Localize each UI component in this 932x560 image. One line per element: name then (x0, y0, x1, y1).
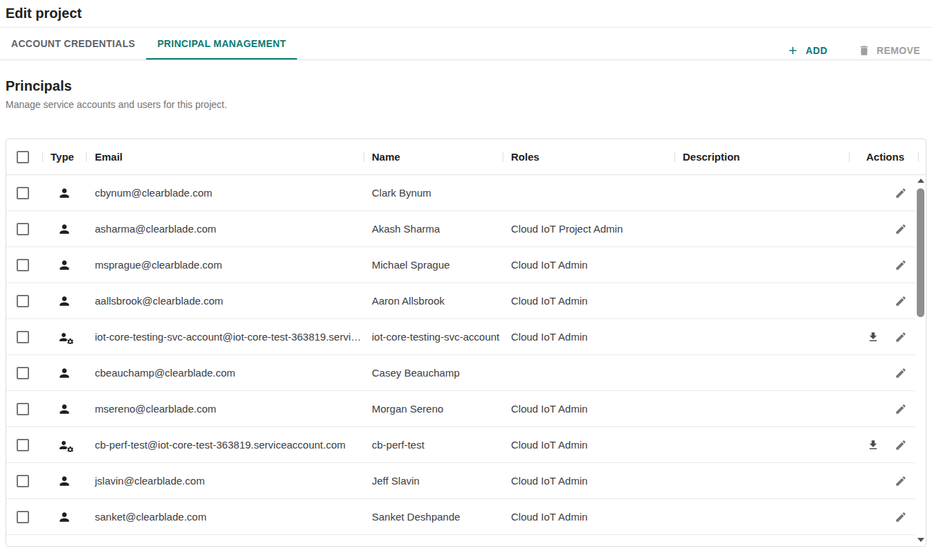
row-type-cell (42, 294, 86, 308)
row-actions-cell (849, 403, 918, 415)
vertical-scrollbar[interactable] (915, 175, 926, 545)
row-email: cb-perf-test@iot-core-test-363819.servic… (86, 439, 364, 451)
row-email: msereno@clearblade.com (86, 403, 364, 415)
row-name: cb-perf-test (364, 439, 503, 451)
select-all-cell (6, 139, 42, 174)
row-roles: Cloud IoT Admin (503, 475, 674, 487)
column-header-label: Roles (511, 151, 539, 163)
row-select-cell (6, 295, 42, 307)
column-header-roles: Roles (503, 139, 674, 174)
edit-button[interactable] (895, 295, 907, 307)
row-checkbox[interactable] (17, 475, 29, 487)
column-header-label: Email (95, 151, 123, 163)
row-type-cell (42, 258, 86, 272)
column-header-label: Description (683, 151, 740, 163)
column-header-actions: Actions (849, 139, 918, 174)
row-checkbox[interactable] (17, 439, 29, 451)
row-type-cell (42, 330, 86, 344)
pencil-icon (895, 295, 907, 307)
row-name: Casey Beauchamp (364, 367, 503, 379)
row-checkbox[interactable] (17, 223, 29, 235)
row-actions-cell (849, 331, 918, 343)
tab-account-credentials[interactable]: ACCOUNT CREDENTIALS (0, 28, 146, 60)
row-name: Sanket Deshpande (364, 511, 503, 523)
download-key-button[interactable] (867, 331, 879, 343)
gear-icon (66, 338, 74, 344)
edit-button[interactable] (895, 367, 907, 379)
pencil-icon (895, 187, 907, 199)
header-spacer (918, 139, 926, 174)
column-header-label: Name (372, 151, 400, 163)
pencil-icon (895, 259, 907, 271)
download-key-button[interactable] (867, 439, 879, 451)
table-row: cbeauchamp@clearblade.com Casey Beaucham… (6, 355, 926, 391)
pencil-icon (895, 367, 907, 379)
edit-button[interactable] (895, 511, 907, 523)
add-button[interactable]: ADD (784, 43, 830, 58)
row-actions-cell (849, 295, 918, 307)
row-actions-cell (849, 259, 918, 271)
edit-button[interactable] (895, 259, 907, 271)
add-button-label: ADD (805, 45, 827, 56)
row-name: Clark Bynum (364, 187, 503, 199)
person-icon (57, 186, 71, 200)
remove-button[interactable]: REMOVE (855, 43, 923, 58)
pencil-icon (895, 403, 907, 415)
column-header-description: Description (674, 139, 849, 174)
page-title: Edit project (6, 5, 926, 21)
tab-principal-management[interactable]: PRINCIPAL MANAGEMENT (146, 28, 297, 60)
principals-table: Type Email Name Roles Description Action… (6, 138, 926, 547)
row-type-cell (42, 186, 86, 200)
row-email: msprague@clearblade.com (86, 259, 364, 271)
download-icon (867, 439, 879, 451)
row-checkbox[interactable] (17, 331, 29, 343)
row-email: aallsbrook@clearblade.com (86, 295, 364, 307)
person-icon (57, 402, 71, 416)
section-heading: Principals (6, 78, 926, 94)
row-actions-cell (849, 439, 918, 451)
row-checkbox[interactable] (17, 403, 29, 415)
scrollbar-down-arrow[interactable] (917, 538, 924, 542)
edit-button[interactable] (895, 331, 907, 343)
edit-button[interactable] (895, 475, 907, 487)
column-header-type: Type (42, 139, 86, 174)
row-checkbox[interactable] (17, 259, 29, 271)
section-subheading: Manage service accounts and users for th… (6, 99, 926, 110)
column-header-email: Email (86, 139, 364, 174)
row-name: Morgan Sereno (364, 403, 503, 415)
row-checkbox[interactable] (17, 295, 29, 307)
scrollbar-up-arrow[interactable] (917, 179, 924, 183)
row-type-cell (42, 438, 86, 452)
person-icon (57, 474, 71, 488)
service-account-icon (57, 330, 71, 344)
edit-button[interactable] (895, 223, 907, 235)
row-email: cbeauchamp@clearblade.com (86, 367, 364, 379)
row-checkbox[interactable] (17, 187, 29, 199)
row-name: Michael Sprague (364, 259, 503, 271)
row-roles: Cloud IoT Admin (503, 439, 674, 451)
dialog-titlebar: Edit project (0, 0, 932, 28)
edit-button[interactable] (895, 403, 907, 415)
person-icon (57, 366, 71, 380)
person-icon (57, 258, 71, 272)
row-email: asharma@clearblade.com (86, 223, 364, 235)
select-all-checkbox[interactable] (17, 151, 29, 163)
table-row: msereno@clearblade.com Morgan Sereno Clo… (6, 391, 926, 427)
scrollbar-thumb[interactable] (917, 188, 924, 317)
table-row: asharma@clearblade.com Akash Sharma Clou… (6, 211, 926, 247)
table-row: sanket@clearblade.com Sanket Deshpande C… (6, 499, 926, 535)
row-select-cell (6, 259, 42, 271)
column-header-label: Type (51, 151, 74, 163)
row-actions-cell (849, 367, 918, 379)
table-header-row: Type Email Name Roles Description Action… (6, 139, 926, 175)
row-name: Jeff Slavin (364, 475, 503, 487)
row-checkbox[interactable] (17, 367, 29, 379)
edit-button[interactable] (895, 439, 907, 451)
table-row: msprague@clearblade.com Michael Sprague … (6, 247, 926, 283)
service-account-icon (57, 438, 71, 452)
row-email: jslavin@clearblade.com (86, 475, 364, 487)
edit-button[interactable] (895, 187, 907, 199)
pencil-icon (895, 439, 907, 451)
row-checkbox[interactable] (17, 511, 29, 523)
row-email: iot-core-testing-svc-account@iot-core-te… (86, 331, 364, 343)
